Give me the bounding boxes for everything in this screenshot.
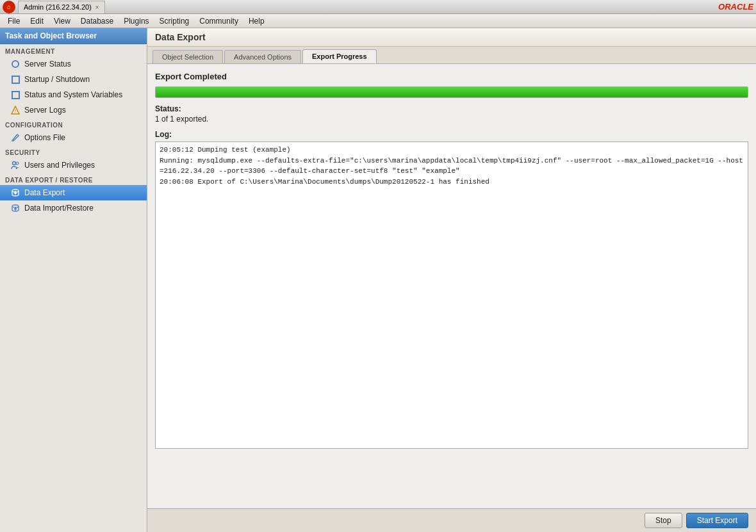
menu-database[interactable]: Database bbox=[76, 15, 119, 27]
warning-icon: ! bbox=[10, 105, 21, 115]
svg-point-8 bbox=[12, 205, 19, 207]
status-label: Status: bbox=[155, 104, 748, 113]
sidebar-item-server-logs[interactable]: ! Server Logs bbox=[0, 102, 147, 118]
home-icon[interactable]: ⌂ bbox=[3, 1, 15, 13]
sidebar-label-server-status: Server Status bbox=[24, 60, 71, 69]
menu-community[interactable]: Community bbox=[194, 15, 243, 27]
progress-bar-container bbox=[155, 86, 748, 98]
sidebar-label-startup-shutdown: Startup / Shutdown bbox=[24, 75, 90, 84]
start-export-button[interactable]: Start Export bbox=[686, 513, 748, 528]
sidebar-label-data-export: Data Export bbox=[24, 188, 65, 197]
section-security: SECURITY bbox=[0, 145, 147, 157]
main-layout: Task and Object Browser MANAGEMENT Serve… bbox=[0, 28, 756, 532]
sidebar-label-server-logs: Server Logs bbox=[24, 106, 66, 115]
tab-advanced-options[interactable]: Advanced Options bbox=[224, 50, 301, 63]
sidebar-item-data-export[interactable]: Data Export bbox=[0, 185, 147, 200]
section-data-export: DATA EXPORT / RESTORE bbox=[0, 173, 147, 185]
sidebar-item-data-import[interactable]: Data Import/Restore bbox=[0, 200, 147, 216]
menu-plugins[interactable]: Plugins bbox=[119, 15, 154, 27]
tab-export-progress[interactable]: Export Progress bbox=[302, 49, 377, 63]
sidebar-item-options-file[interactable]: Options File bbox=[0, 130, 147, 145]
sidebar-label-data-import: Data Import/Restore bbox=[24, 204, 94, 213]
sidebar-header: Task and Object Browser bbox=[0, 28, 147, 44]
oracle-logo: ORACLE bbox=[718, 2, 753, 12]
sidebar-label-status-variables: Status and System Variables bbox=[24, 90, 122, 99]
square-icon bbox=[10, 74, 21, 85]
menu-file[interactable]: File bbox=[3, 15, 25, 27]
status-section: Status: 1 of 1 exported. bbox=[155, 104, 748, 124]
page-title: Data Export bbox=[155, 32, 206, 42]
sidebar-item-status-variables[interactable]: Status and System Variables bbox=[0, 87, 147, 102]
stop-button[interactable]: Stop bbox=[645, 513, 682, 528]
menu-help[interactable]: Help bbox=[243, 15, 270, 27]
wrench-icon bbox=[10, 133, 21, 143]
svg-rect-1 bbox=[12, 76, 19, 83]
svg-rect-2 bbox=[12, 92, 19, 99]
log-line-1: 20:05:12 Dumping test (example) bbox=[160, 145, 744, 156]
content-area: Data Export Object Selection Advanced Op… bbox=[147, 28, 756, 532]
log-line-2: Running: mysqldump.exe --defaults-extra-… bbox=[160, 156, 744, 177]
close-tab-button[interactable]: × bbox=[95, 4, 99, 11]
tab-object-selection[interactable]: Object Selection bbox=[152, 50, 223, 63]
bottom-bar: Stop Start Export bbox=[147, 508, 756, 532]
sidebar-item-startup-shutdown[interactable]: Startup / Shutdown bbox=[0, 72, 147, 87]
title-bar: ⌂ Admin (216.22.34.20) × ORACLE bbox=[0, 0, 756, 14]
people-icon bbox=[10, 160, 21, 170]
square2-icon bbox=[10, 90, 21, 100]
sidebar-item-server-status[interactable]: Server Status bbox=[0, 56, 147, 72]
menu-scripting[interactable]: Scripting bbox=[154, 15, 195, 27]
sidebar-label-options-file: Options File bbox=[24, 133, 65, 142]
sidebar: Task and Object Browser MANAGEMENT Serve… bbox=[0, 28, 147, 532]
svg-text:!: ! bbox=[15, 109, 16, 113]
svg-point-6 bbox=[16, 162, 19, 165]
log-label: Log: bbox=[155, 130, 748, 139]
log-box: 20:05:12 Dumping test (example) Running:… bbox=[155, 141, 748, 449]
sidebar-item-users-privileges[interactable]: Users and Privileges bbox=[0, 157, 147, 173]
menu-edit[interactable]: Edit bbox=[25, 15, 49, 27]
progress-bar-fill bbox=[156, 87, 748, 97]
sidebar-label-users-privileges: Users and Privileges bbox=[24, 161, 95, 170]
svg-point-5 bbox=[13, 162, 16, 165]
export-content-panel: Export Completed Status: 1 of 1 exported… bbox=[147, 64, 756, 508]
admin-tab-label: Admin (216.22.34.20) bbox=[24, 3, 92, 11]
menu-view[interactable]: View bbox=[49, 15, 76, 27]
menu-bar: File Edit View Database Plugins Scriptin… bbox=[0, 14, 756, 28]
import-icon bbox=[10, 203, 21, 213]
svg-point-0 bbox=[12, 61, 19, 67]
tab-strip: Object Selection Advanced Options Export… bbox=[147, 47, 756, 64]
export-icon bbox=[10, 188, 21, 198]
section-management: MANAGEMENT bbox=[0, 44, 147, 56]
page-header: Data Export bbox=[147, 28, 756, 47]
log-line-3: 20:06:08 Export of C:\Users\Marina\Docum… bbox=[160, 177, 744, 188]
status-value: 1 of 1 exported. bbox=[155, 115, 748, 124]
export-status-title: Export Completed bbox=[155, 72, 748, 81]
section-configuration: CONFIGURATION bbox=[0, 118, 147, 130]
admin-tab[interactable]: Admin (216.22.34.20) × bbox=[18, 1, 105, 13]
circle-icon bbox=[10, 59, 21, 69]
